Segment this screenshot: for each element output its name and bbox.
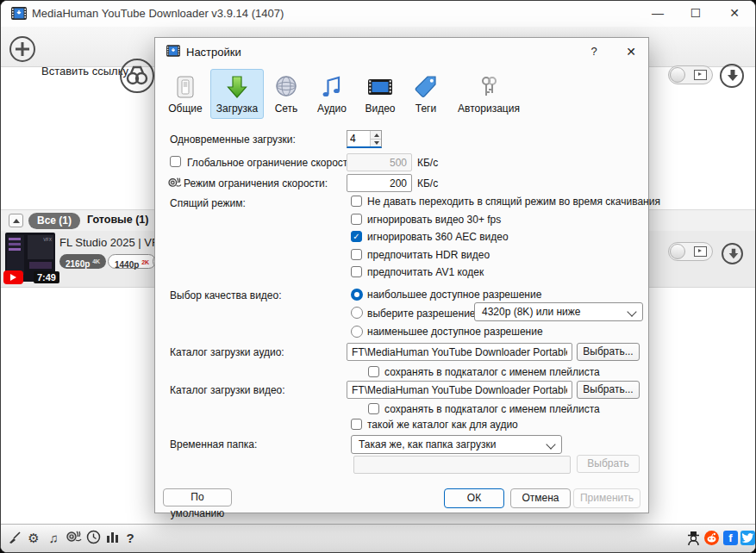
globe-icon bbox=[273, 74, 299, 100]
global-limit-checkbox[interactable] bbox=[170, 156, 181, 167]
stats-icon[interactable] bbox=[104, 530, 122, 547]
download-icon bbox=[725, 68, 740, 84]
global-limit-input[interactable] bbox=[347, 153, 412, 171]
toggle-knob bbox=[670, 244, 685, 259]
video-dir-choose-button[interactable]: Выбрать... bbox=[577, 381, 640, 399]
resolution-badge-1440p[interactable]: 1440p 2K bbox=[108, 254, 156, 269]
tag-icon bbox=[413, 74, 439, 100]
film-icon bbox=[367, 74, 393, 100]
resolution-badge-2160p[interactable]: 2160p 4K bbox=[59, 254, 106, 269]
tab-download[interactable]: Загрузка bbox=[210, 69, 264, 119]
paste-link-button[interactable] bbox=[9, 36, 35, 62]
app-window: MediaHuman YouTube Downloader v3.9.14 (1… bbox=[0, 0, 756, 553]
sleep-option-checkbox-3[interactable] bbox=[351, 249, 362, 260]
download-all-button[interactable] bbox=[720, 64, 744, 88]
collapse-all-button[interactable] bbox=[9, 214, 23, 227]
app-icon bbox=[11, 7, 27, 23]
simultaneous-input[interactable] bbox=[347, 131, 370, 146]
youtube-play-icon bbox=[3, 270, 23, 284]
snail-icon bbox=[167, 176, 182, 191]
sleep-option-label-3: предпочитать HDR видео bbox=[367, 249, 490, 261]
chevron-down-icon bbox=[546, 439, 555, 449]
cancel-button[interactable]: Отмена bbox=[510, 488, 571, 508]
sleep-option-label-4: предпочитать AV1 кодек bbox=[367, 266, 484, 278]
video-subdir-label: сохранять в подкаталог с именем плейлист… bbox=[384, 403, 600, 415]
video-subdir-checkbox[interactable] bbox=[368, 403, 379, 414]
temp-folder-dropdown[interactable]: Такая же, как папка загрузки bbox=[351, 435, 562, 454]
global-limit-unit: КБ/с bbox=[417, 157, 438, 169]
audio-subdir-checkbox[interactable] bbox=[368, 366, 379, 377]
dialog-close-button[interactable]: ✕ bbox=[617, 42, 645, 61]
facebook-icon[interactable]: f bbox=[723, 531, 738, 545]
item-download-button[interactable] bbox=[722, 243, 743, 264]
tab-network[interactable]: Сеть bbox=[266, 69, 307, 119]
sleep-option-label-2: игнорировать 360 AEC видео bbox=[367, 231, 509, 243]
resolution-dropdown[interactable]: 4320p (8K) или ниже bbox=[474, 302, 643, 321]
tab-all[interactable]: Все (1) bbox=[28, 213, 80, 229]
limit-mode-input[interactable] bbox=[347, 174, 412, 192]
quality-label: Выбор качества видео: bbox=[170, 289, 282, 301]
temp-folder-path-input[interactable] bbox=[353, 456, 571, 474]
spin-up-icon[interactable] bbox=[371, 131, 381, 140]
maximize-button[interactable]: ☐ bbox=[677, 1, 715, 26]
clear-icon[interactable] bbox=[6, 530, 23, 547]
apply-button[interactable]: Применить bbox=[573, 488, 640, 508]
quality-radio-0[interactable] bbox=[351, 289, 363, 301]
sleep-option-checkbox-2[interactable]: ✓ bbox=[351, 231, 362, 242]
tab-finished[interactable]: Готовые (1) bbox=[87, 214, 148, 226]
spin-down-icon[interactable] bbox=[371, 140, 381, 147]
keys-icon bbox=[476, 74, 502, 100]
defaults-button[interactable]: По умолчанию bbox=[163, 488, 232, 506]
sleep-option-checkbox-4[interactable] bbox=[351, 266, 362, 277]
tab-video[interactable]: Видео bbox=[357, 69, 403, 119]
settings-tab-strip: Общие Загрузка Сеть Аудио Видео Теги bbox=[162, 69, 529, 119]
settings-icon[interactable]: ⚙ bbox=[25, 530, 42, 547]
simultaneous-label: Одновременные загрузки: bbox=[170, 134, 296, 146]
sleep-option-checkbox-1[interactable] bbox=[351, 214, 362, 225]
thumbnail-art bbox=[7, 235, 24, 275]
audio-dir-label: Каталог загрузки аудио: bbox=[170, 346, 284, 358]
toggle-knob bbox=[670, 67, 685, 83]
close-button[interactable]: ✕ bbox=[715, 1, 753, 26]
quality-option-label-2: наименьшее доступное разрешение bbox=[367, 326, 543, 338]
chevron-down-icon bbox=[627, 307, 636, 316]
tab-audio[interactable]: Аудио bbox=[309, 69, 355, 119]
video-dir-label: Каталог загрузки видео: bbox=[170, 384, 285, 396]
tab-authorization[interactable]: Авторизация bbox=[448, 69, 529, 119]
reddit-icon[interactable] bbox=[704, 531, 719, 545]
mediahuman-icon[interactable] bbox=[686, 531, 701, 545]
ok-button[interactable]: ОК bbox=[444, 488, 504, 508]
snail-icon[interactable] bbox=[65, 530, 82, 547]
tab-tags[interactable]: Теги bbox=[405, 69, 447, 119]
window-title: MediaHuman YouTube Downloader v3.9.14 (1… bbox=[32, 7, 284, 20]
audio-video-toggle[interactable] bbox=[668, 65, 713, 84]
minimize-button[interactable]: — bbox=[639, 1, 677, 26]
plus-icon bbox=[11, 38, 34, 60]
quality-radio-1[interactable] bbox=[351, 307, 363, 319]
dialog-help-button[interactable]: ? bbox=[583, 42, 605, 61]
twitter-icon[interactable] bbox=[740, 531, 755, 545]
temp-folder-label: Временная папка: bbox=[170, 438, 257, 450]
same-as-audio-checkbox[interactable] bbox=[351, 419, 362, 430]
item-audio-video-toggle[interactable] bbox=[668, 242, 713, 261]
paste-link-label: Вставить ссылку bbox=[41, 65, 128, 78]
clock-icon[interactable] bbox=[84, 530, 102, 547]
video-dir-input[interactable] bbox=[347, 381, 572, 399]
title-bar: MediaHuman YouTube Downloader v3.9.14 (1… bbox=[1, 1, 755, 28]
music-icon[interactable]: ♫ bbox=[45, 530, 62, 547]
switch-icon bbox=[172, 74, 198, 100]
search-button[interactable] bbox=[120, 59, 154, 93]
dialog-title: Настройки bbox=[186, 46, 241, 59]
same-as-audio-label: такой же каталог как для аудио bbox=[367, 419, 518, 431]
sleep-option-checkbox-0[interactable] bbox=[351, 196, 362, 207]
duration-badge: 7:49 bbox=[34, 271, 59, 283]
audio-dir-choose-button[interactable]: Выбрать... bbox=[577, 343, 640, 361]
tab-general[interactable]: Общие bbox=[162, 69, 209, 119]
quality-radio-2[interactable] bbox=[351, 326, 363, 338]
help-icon[interactable]: ? bbox=[122, 530, 139, 547]
temp-folder-choose-button[interactable]: Выбрать bbox=[577, 455, 640, 473]
simultaneous-spinner[interactable] bbox=[347, 130, 382, 148]
global-limit-label: Глобальное ограничение скорости: bbox=[187, 157, 356, 169]
download-icon bbox=[727, 247, 740, 261]
audio-dir-input[interactable] bbox=[347, 343, 572, 361]
